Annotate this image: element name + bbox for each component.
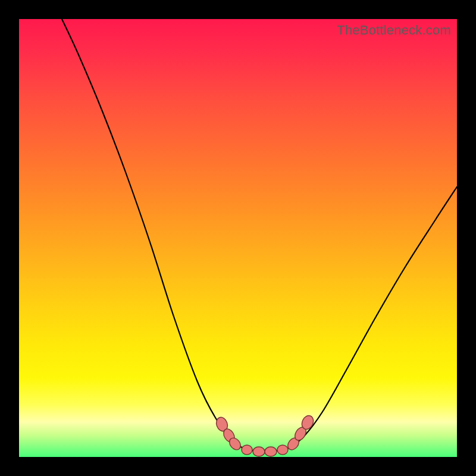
plot-area: TheBottleneck.com: [19, 19, 457, 457]
bottleneck-curve-svg: [19, 19, 457, 457]
curve-marker: [277, 445, 288, 455]
curve-marker: [253, 447, 265, 456]
curve-marker: [242, 445, 252, 455]
curve-marker: [265, 447, 277, 456]
bottleneck-curve: [62, 19, 457, 452]
curve-markers: [214, 414, 315, 456]
chart-frame: TheBottleneck.com: [0, 0, 476, 476]
